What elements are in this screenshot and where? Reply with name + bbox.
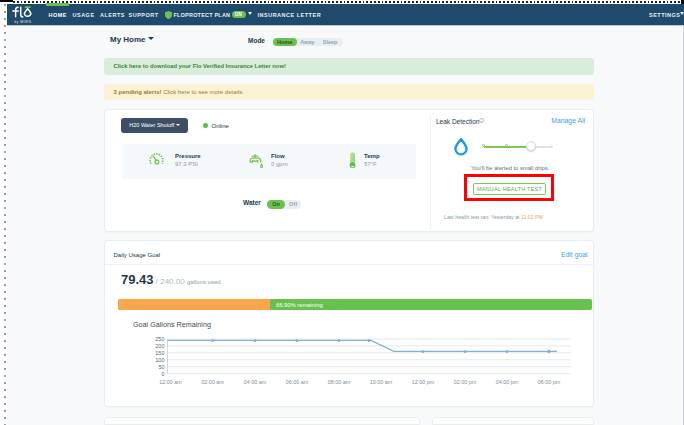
svg-text:06:00 am: 06:00 am xyxy=(286,379,309,385)
svg-text:12:00 pm: 12:00 pm xyxy=(412,379,435,385)
svg-text:06:00 pm: 06:00 pm xyxy=(538,379,561,385)
svg-text:02:00 am: 02:00 am xyxy=(201,379,224,385)
svg-text:04:00 pm: 04:00 pm xyxy=(496,379,519,385)
svg-text:200: 200 xyxy=(155,343,164,349)
svg-text:04:00 am: 04:00 am xyxy=(244,379,267,385)
svg-text:250: 250 xyxy=(155,336,164,342)
svg-text:by MOEN: by MOEN xyxy=(15,20,32,24)
svg-text:12:00 am: 12:00 am xyxy=(159,379,182,385)
svg-text:08:00 am: 08:00 am xyxy=(328,379,351,385)
svg-text:100: 100 xyxy=(155,357,164,363)
svg-text:150: 150 xyxy=(155,350,164,356)
svg-text:02:00 pm: 02:00 pm xyxy=(454,379,477,385)
svg-text:10:00 am: 10:00 am xyxy=(370,379,393,385)
svg-text:0: 0 xyxy=(161,371,164,377)
svg-text:50: 50 xyxy=(158,364,164,370)
